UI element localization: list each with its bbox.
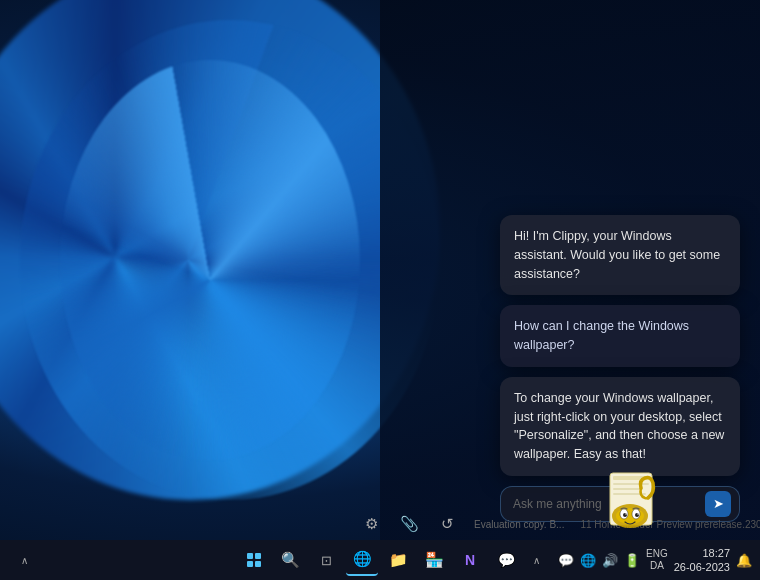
bottom-icon-clippy[interactable]: 📎 xyxy=(398,513,420,535)
bloom-layer-2 xyxy=(60,60,360,460)
bottom-icon-refresh[interactable]: ↺ xyxy=(436,513,458,535)
microsoft-store-button[interactable]: 🏪 xyxy=(418,544,450,576)
bottom-area: ⚙ 📎 ↺ Evaluation copy. B... 11 Home Insi… xyxy=(360,513,760,535)
search-taskbar-button[interactable]: 🔍 xyxy=(274,544,306,576)
chevron-up-icon[interactable]: ∧ xyxy=(8,544,40,576)
chat-button[interactable]: 💬 xyxy=(490,544,522,576)
task-view-button[interactable]: ⊡ xyxy=(310,544,342,576)
file-explorer-button[interactable]: 📁 xyxy=(382,544,414,576)
chat-tray-icon[interactable]: 💬 xyxy=(558,553,574,568)
clippy-mascot[interactable] xyxy=(595,468,665,538)
svg-point-11 xyxy=(625,513,626,514)
svg-rect-2 xyxy=(613,483,649,485)
start-button[interactable] xyxy=(238,544,270,576)
edge-button[interactable]: 🌐 xyxy=(346,544,378,576)
chat-bubble-assistant-1: Hi! I'm Clippy, your Windows assistant. … xyxy=(500,215,740,295)
chat-bubble-user-1: How can I change the Windows wallpaper? xyxy=(500,305,740,367)
svg-rect-3 xyxy=(613,488,643,490)
network-icon[interactable]: 🌐 xyxy=(580,553,596,568)
taskbar: ∧ 🔍 ⊡ 🌐 📁 🏪 xyxy=(0,540,760,580)
date-display: 26-06-2023 xyxy=(674,560,730,574)
bottom-icon-settings[interactable]: ⚙ xyxy=(360,513,382,535)
language-indicator[interactable]: ENG DA xyxy=(646,548,668,572)
time-display: 18:27 xyxy=(702,546,730,560)
chat-bubble-assistant-2: To change your Windows wallpaper, just r… xyxy=(500,377,740,476)
system-tray-expand[interactable]: ∧ xyxy=(520,544,552,576)
volume-icon[interactable]: 🔊 xyxy=(602,553,618,568)
taskbar-center: 🔍 ⊡ 🌐 📁 🏪 N 💬 xyxy=(238,544,522,576)
svg-point-12 xyxy=(637,513,638,514)
dev-icon-button[interactable]: N xyxy=(454,544,486,576)
eval-text: Evaluation copy. B... xyxy=(474,519,564,530)
battery-icon[interactable]: 🔋 xyxy=(624,553,640,568)
windows-logo xyxy=(247,553,261,567)
notification-button[interactable]: 🔔 xyxy=(736,553,752,568)
taskbar-right: ∧ 💬 🌐 🔊 🔋 ENG DA 18:27 26-06-2023 🔔 xyxy=(520,544,752,576)
clock[interactable]: 18:27 26-06-2023 xyxy=(674,546,730,575)
taskbar-left: ∧ xyxy=(8,544,40,576)
